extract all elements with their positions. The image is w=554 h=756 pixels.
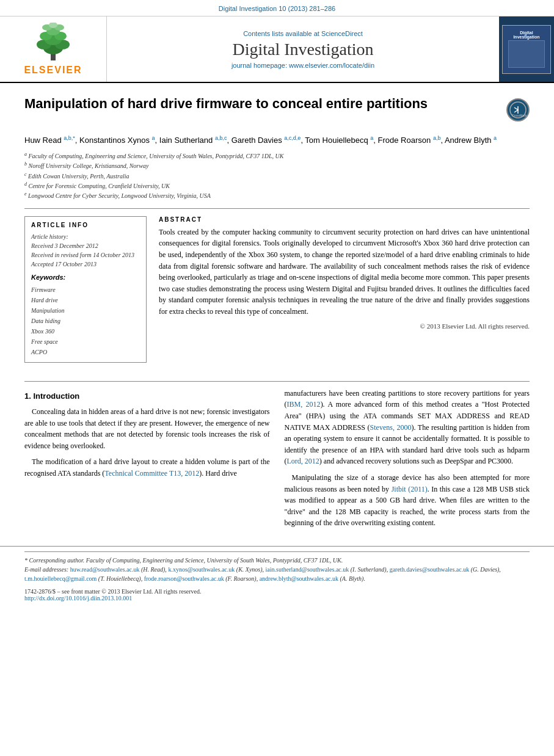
abstract-text: Tools created by the computer hacking co… xyxy=(159,227,530,318)
article-info-heading: ARTICLE INFO xyxy=(31,222,140,228)
cover-title: DigitalInvestigation xyxy=(513,31,539,39)
body-left-col: 1. Introduction Concealing data in hidde… xyxy=(24,388,270,534)
article-content: Manipulation of hard drive firmware to c… xyxy=(0,83,554,381)
footnote-emails: E-mail addresses: huw.read@southwales.ac… xyxy=(24,565,530,583)
article-title: Manipulation of hard drive firmware to c… xyxy=(24,95,500,113)
affiliation-e: e Longwood Centre for Cyber Security, Lo… xyxy=(24,191,530,200)
article-info-box: ARTICLE INFO Article history: Received 3… xyxy=(24,216,147,363)
elsevier-logo: ELSEVIER xyxy=(24,23,82,76)
accepted-date: Accepted 17 October 2013 xyxy=(31,260,140,269)
journal-cover-area: DigitalInvestigation xyxy=(499,16,554,82)
keyword-6: Free space xyxy=(31,336,140,347)
body-para-3: manufacturers have been creating partiti… xyxy=(285,388,530,467)
email-andrew[interactable]: andrew.blyth@southwales.ac.uk xyxy=(260,575,338,582)
cover-graphic xyxy=(508,40,545,68)
email-kxynos[interactable]: k.xynos@southwales.ac.uk xyxy=(168,566,235,573)
ref-t13-link[interactable]: Technical Committee T13, 2012 xyxy=(104,469,199,478)
history-heading: Article history: xyxy=(31,232,140,241)
crossmark-badge[interactable]: CrossMark xyxy=(506,98,530,122)
affiliation-c: c Edith Cowan University, Perth, Austral… xyxy=(24,171,530,181)
keywords-list: Firmware Hard drive Manipulation Data hi… xyxy=(31,285,140,357)
abstract-heading: ABSTRACT xyxy=(159,216,530,223)
footnote-corresponding: * Corresponding author. Faculty of Compu… xyxy=(24,556,530,565)
keyword-1: Firmware xyxy=(31,285,140,295)
journal-cover-image: DigitalInvestigation xyxy=(502,25,551,74)
homepage-url[interactable]: www.elsevier.com/locate/diin xyxy=(289,62,374,69)
crossmark-icon: CrossMark xyxy=(509,101,527,118)
info-abstract-section: ARTICLE INFO Article history: Received 3… xyxy=(24,216,530,369)
article-title-section: Manipulation of hard drive firmware to c… xyxy=(24,95,530,126)
ref-lord-link[interactable]: Lord, 2012 xyxy=(287,457,319,465)
journal-homepage: journal homepage: www.elsevier.com/locat… xyxy=(231,62,374,69)
svg-text:CrossMark: CrossMark xyxy=(512,114,527,117)
footnote-divider xyxy=(24,551,530,552)
bottom-bar: 1742-2876/$ – see front matter © 2013 El… xyxy=(0,583,554,606)
body-para-4: Manipulating the size of a storage devic… xyxy=(285,472,530,529)
article-info-col: ARTICLE INFO Article history: Received 3… xyxy=(24,216,147,369)
crossmark-area: CrossMark xyxy=(506,98,530,122)
email-huw[interactable]: huw.read@southwales.ac.uk xyxy=(70,566,140,573)
abstract-section: Tools created by the computer hacking co… xyxy=(159,227,530,332)
received-date: Received 3 December 2012 xyxy=(31,241,140,250)
body-two-col: 1. Introduction Concealing data in hidde… xyxy=(24,388,530,534)
top-bar: Digital Investigation 10 (2013) 281–286 xyxy=(0,0,554,16)
article-history: Article history: Received 3 December 201… xyxy=(31,232,140,269)
keyword-7: ACPO xyxy=(31,347,140,357)
journal-header: ELSEVIER Contents lists available at Sci… xyxy=(0,16,554,83)
journal-header-center: Contents lists available at ScienceDirec… xyxy=(107,16,499,82)
copyright-line: © 2013 Elsevier Ltd. All rights reserved… xyxy=(159,321,530,332)
email-iain[interactable]: iain.sutherland@southwales.ac.uk xyxy=(266,566,349,573)
page: Digital Investigation 10 (2013) 281–286 xyxy=(0,0,554,756)
contents-text: Contents lists available at xyxy=(243,30,319,37)
body-right-col: manufacturers have been creating partiti… xyxy=(285,388,530,534)
contents-line: Contents lists available at ScienceDirec… xyxy=(243,30,363,37)
affiliation-d: d Centre for Forensic Computing, Cranfie… xyxy=(24,181,530,191)
section1-title: 1. Introduction xyxy=(24,390,270,402)
ref-ibm-link[interactable]: IBM, 2012 xyxy=(287,400,321,409)
keyword-3: Manipulation xyxy=(31,305,140,316)
keyword-2: Hard drive xyxy=(31,295,140,305)
body-para-2: The modification of a hard drive layout … xyxy=(24,456,270,479)
issn-line: 1742-2876/$ – see front matter © 2013 El… xyxy=(24,588,530,595)
email-tom[interactable]: t.m.houiellebecq@gmail.com xyxy=(24,575,97,582)
elsevier-text: ELSEVIER xyxy=(24,65,82,76)
email-gareth[interactable]: gareth.davies@southwales.ac.uk xyxy=(390,566,470,573)
homepage-label: journal homepage: xyxy=(231,62,287,69)
email-frode[interactable]: frode.roarson@southwales.ac.uk xyxy=(144,575,224,582)
affiliations: a Faculty of Computing, Engineering and … xyxy=(24,151,530,201)
sciencedirect-link[interactable]: ScienceDirect xyxy=(321,30,363,37)
keyword-4: Data hiding xyxy=(31,316,140,326)
revised-date: Received in revised form 14 October 2013 xyxy=(31,250,140,260)
affiliation-a: a Faculty of Computing, Engineering and … xyxy=(24,151,530,161)
body-para-1: Concealing data in hidden areas of a har… xyxy=(24,406,270,451)
footnote-area: * Corresponding author. Faculty of Compu… xyxy=(0,546,554,583)
abstract-col: ABSTRACT Tools created by the computer h… xyxy=(159,216,530,369)
ref-stevens-link[interactable]: Stevens, 2000 xyxy=(370,423,412,432)
doi-link[interactable]: http://dx.doi.org/10.1016/j.diin.2013.10… xyxy=(24,595,132,602)
keywords-heading: Keywords: xyxy=(31,274,140,281)
email-label: E-mail addresses: xyxy=(24,566,70,573)
keywords-section: Keywords: Firmware Hard drive Manipulati… xyxy=(31,274,140,357)
divider-1 xyxy=(24,208,530,209)
keyword-5: Xbox 360 xyxy=(31,326,140,336)
elsevier-logo-area: ELSEVIER xyxy=(0,16,107,82)
journal-title: Digital Investigation xyxy=(233,40,374,59)
authors-line: Huw Read a,b,*, Konstantinos Xynos a, Ia… xyxy=(24,134,530,147)
affiliation-b: b Noroff University College, Kristiansan… xyxy=(24,161,530,170)
ref-jitbit-link[interactable]: Jitbit (2011) xyxy=(392,485,428,493)
journal-citation-link[interactable]: Digital Investigation 10 (2013) 281–286 xyxy=(219,5,335,12)
elsevier-tree-icon xyxy=(29,23,78,62)
body-content: 1. Introduction Concealing data in hidde… xyxy=(0,382,554,546)
